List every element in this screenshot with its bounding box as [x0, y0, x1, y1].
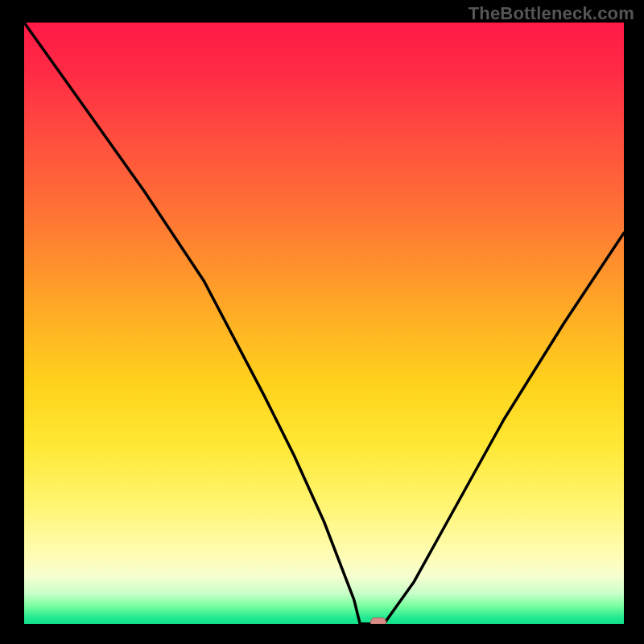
minimum-marker	[370, 617, 386, 624]
plot-area	[24, 23, 624, 624]
bottleneck-curve	[24, 23, 624, 624]
watermark-text: TheBottleneck.com	[469, 3, 634, 24]
chart-frame: TheBottleneck.com	[0, 0, 644, 644]
